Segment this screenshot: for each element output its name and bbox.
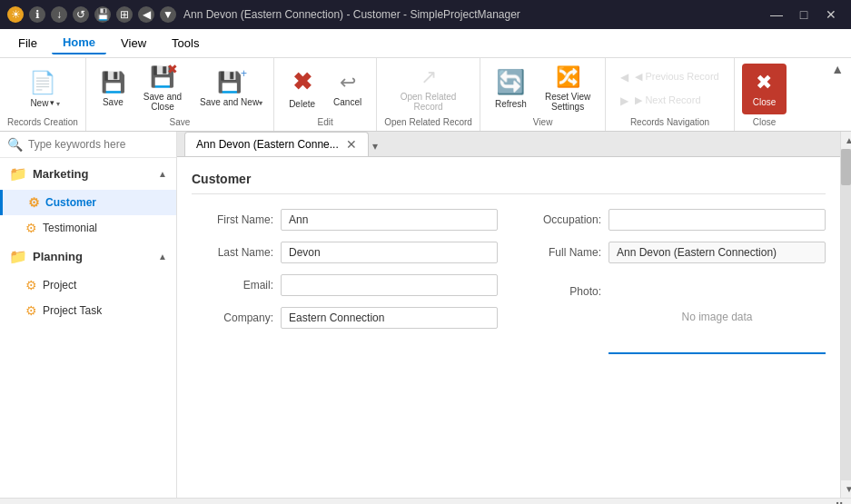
info-icon[interactable]: ℹ	[29, 6, 45, 23]
ribbon-open-related-buttons: ↗ Open RelatedRecord	[393, 62, 464, 115]
dropdown-icon[interactable]: ▼	[160, 6, 176, 23]
download-icon[interactable]: ↓	[51, 6, 67, 23]
main-layout: 🔍 📁 Marketing ▲ ⚙ Customer ⚙ Testimonial…	[0, 132, 851, 498]
form-col-right: Occupation: Full Name: Photo: No image d…	[520, 209, 826, 354]
tab-close-button[interactable]: ✕	[346, 138, 357, 151]
open-related-button: ↗ Open RelatedRecord	[393, 62, 464, 115]
prev-record-label: ◀ Previous Record	[635, 71, 718, 83]
sidebar-item-project[interactable]: ⚙ Project	[0, 272, 176, 298]
sidebar-item-customer[interactable]: ⚙ Customer	[0, 190, 176, 215]
menu-home[interactable]: Home	[52, 32, 106, 54]
ribbon-group-view: 🔄 Refresh 🔀 Reset ViewSettings View	[480, 58, 606, 131]
planning-section-header[interactable]: 📁 Planning ▲	[0, 241, 176, 272]
next-record-label: ▶ Next Record	[635, 94, 700, 106]
back-icon[interactable]: ◀	[138, 6, 154, 23]
last-name-label: Last Name:	[192, 246, 273, 259]
project-gear-icon: ⚙	[25, 278, 37, 292]
marketing-folder-icon: 📁	[9, 165, 27, 183]
menu-view[interactable]: View	[110, 33, 157, 54]
ribbon-group-open-related: ↗ Open RelatedRecord Open Related Record	[377, 58, 480, 131]
form-section-title: Customer	[192, 172, 826, 194]
view-group-label: View	[533, 117, 553, 127]
full-name-input[interactable]	[609, 242, 826, 263]
occupation-label: Occupation:	[520, 213, 601, 226]
testimonial-label: Testimonial	[43, 222, 97, 234]
tab-ann-devon[interactable]: Ann Devon (Eastern Conne... ✕	[184, 132, 369, 156]
records-creation-label: Records Creation	[7, 117, 78, 127]
form-col-left: First Name: Last Name: Email: Company:	[192, 209, 498, 354]
ribbon-view-buttons: 🔄 Refresh 🔀 Reset ViewSettings	[488, 62, 598, 115]
photo-area: Photo: No image data	[520, 282, 826, 354]
project-task-label: Project Task	[43, 304, 102, 317]
scroll-up-arrow[interactable]: ▲	[841, 132, 851, 149]
delete-button[interactable]: ✖ Delete	[282, 64, 322, 113]
save-and-new-button[interactable]: 💾+ Save and New ▾	[193, 67, 266, 111]
close-ribbon-icon: ✖	[756, 71, 772, 94]
sidebar-item-testimonial[interactable]: ⚙ Testimonial	[0, 215, 176, 241]
marketing-section-header[interactable]: 📁 Marketing ▲	[0, 158, 176, 190]
save-new-icon: 💾+	[217, 71, 242, 94]
title-bar-left: ☀ ℹ ↓ ↺ 💾 ⊞ ◀ ▼ Ann Devon (Eastern Conne…	[7, 6, 520, 23]
ribbon-collapse-button[interactable]: ▲	[831, 62, 844, 76]
scroll-thumb[interactable]	[841, 149, 851, 185]
first-name-label: First Name:	[192, 213, 273, 226]
form-layout: First Name: Last Name: Email: Company:	[192, 209, 826, 354]
tab-bar: Ann Devon (Eastern Conne... ✕ ▾	[177, 132, 840, 157]
marketing-label: Marketing	[33, 167, 153, 181]
email-input[interactable]	[281, 274, 498, 296]
first-name-input[interactable]	[281, 209, 498, 231]
sidebar-item-project-task[interactable]: ⚙ Project Task	[0, 298, 176, 323]
right-scrollbar: ▲ ▼	[840, 132, 851, 498]
status-dots: ⠿	[835, 500, 844, 505]
refresh-button[interactable]: 🔄 Refresh	[488, 64, 534, 113]
content-area: Ann Devon (Eastern Conne... ✕ ▾ Customer…	[177, 132, 840, 498]
refresh-icon-small[interactable]: ↺	[73, 6, 89, 23]
save-and-close-button[interactable]: 💾✖ Save andClose	[136, 62, 189, 115]
new-button[interactable]: 📄 New ▾	[22, 66, 64, 112]
menu-tools[interactable]: Tools	[161, 33, 210, 54]
next-record-icon: ▶	[620, 94, 628, 107]
maximize-button[interactable]: □	[791, 5, 816, 25]
last-name-input[interactable]	[281, 242, 498, 263]
edit-group-label: Edit	[318, 117, 333, 127]
scroll-track[interactable]	[841, 149, 851, 480]
records-nav-group-label: Records Navigation	[630, 117, 709, 127]
planning-chevron: ▲	[158, 252, 167, 262]
menu-bar: File Home View Tools	[0, 29, 851, 58]
minimize-button[interactable]: —	[764, 5, 789, 25]
save-label: Save	[103, 97, 124, 107]
window-close-button[interactable]: ✕	[818, 5, 844, 25]
ribbon: 📄 New ▾ Records Creation 💾 Save 💾✖ Save …	[0, 58, 851, 132]
menu-file[interactable]: File	[7, 33, 48, 54]
ribbon-group-edit: ✖ Delete ↩ Cancel Edit	[274, 58, 377, 131]
tab-dropdown-button[interactable]: ▾	[369, 136, 381, 156]
new-label: New	[30, 98, 48, 108]
search-icon: 🔍	[7, 137, 23, 152]
company-input[interactable]	[281, 307, 498, 329]
company-row: Company:	[192, 307, 498, 329]
customer-label: Customer	[45, 196, 96, 209]
save-new-label: Save and New	[200, 97, 259, 107]
search-input[interactable]	[28, 138, 169, 151]
save-button[interactable]: 💾 Save	[94, 67, 133, 111]
open-related-label: Open RelatedRecord	[401, 92, 457, 112]
save-group-label: Save	[170, 117, 191, 127]
customer-gear-icon: ⚙	[28, 195, 40, 210]
refresh-label: Refresh	[495, 99, 527, 109]
prev-record-icon: ◀	[620, 71, 628, 84]
close-ribbon-button[interactable]: ✖ Close	[742, 64, 787, 114]
occupation-row: Occupation:	[520, 209, 826, 231]
app-icon[interactable]: ☀	[7, 6, 24, 23]
reset-view-button[interactable]: 🔀 Reset ViewSettings	[538, 62, 598, 115]
close-ribbon-label: Close	[753, 97, 777, 107]
cancel-button[interactable]: ↩ Cancel	[326, 67, 369, 111]
grid-icon[interactable]: ⊞	[116, 6, 133, 23]
reset-view-label: Reset ViewSettings	[545, 92, 590, 112]
save-icon-small[interactable]: 💾	[94, 6, 111, 23]
occupation-input[interactable]	[609, 209, 826, 231]
scroll-down-arrow[interactable]: ▼	[841, 480, 851, 498]
cancel-label: Cancel	[333, 97, 361, 107]
first-name-row: First Name:	[192, 209, 498, 231]
form-container: Customer First Name: Last Name: Email:	[177, 157, 840, 498]
marketing-chevron: ▲	[158, 169, 167, 179]
